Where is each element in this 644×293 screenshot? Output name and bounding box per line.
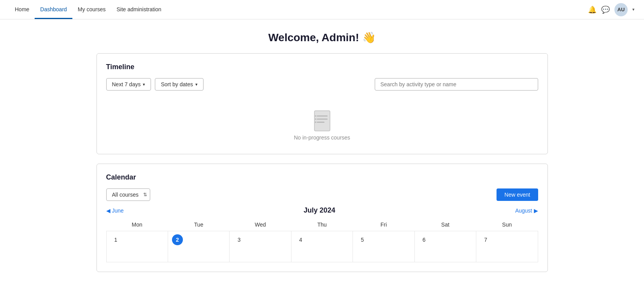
nav-bar: Home Dashboard My courses Site administr… [0,0,644,19]
svg-point-6 [315,122,316,123]
day-number: 5 [357,234,368,245]
no-courses-text: No in-progress courses [294,134,350,141]
day-number: 1 [111,234,121,245]
calendar-body: 1234567 [106,231,538,262]
day-number: 3 [233,234,244,245]
cal-day-header: Mon [106,218,168,231]
day-number: 4 [295,234,306,245]
svg-rect-1 [317,115,328,117]
filter-sort-button[interactable]: Sort by dates ▾ [155,78,204,91]
main-content: Welcome, Admin! 👋 Timeline Next 7 days ▾… [89,19,556,293]
cal-day-header: Sun [476,218,538,231]
cal-courses-select-wrap: All courses [106,188,150,201]
timeline-search-input[interactable] [375,78,538,91]
filter-days-button[interactable]: Next 7 days ▾ [106,78,151,91]
avatar-caret-icon[interactable]: ▾ [632,7,635,12]
calendar-day-cell[interactable]: 4 [291,231,353,262]
nav-site-admin[interactable]: Site administration [111,1,167,19]
nav-right: 🔔 💬 AU ▾ [588,3,635,16]
timeline-title: Timeline [106,63,538,71]
next-month-link[interactable]: August ▶ [515,208,538,214]
day-number: 6 [419,234,430,245]
calendar-week-row: 1234567 [106,231,538,262]
calendar-nav: ◀ June July 2024 August ▶ [106,206,538,215]
day-number: 7 [480,234,491,245]
notifications-icon[interactable]: 🔔 [588,5,597,14]
nav-home[interactable]: Home [9,1,35,19]
calendar-day-cell[interactable]: 5 [353,231,414,262]
cal-courses-select[interactable]: All courses [106,188,150,201]
avatar[interactable]: AU [614,3,628,16]
calendar-header-row: MonTueWedThuFriSatSun [106,218,538,231]
filter-sort-caret-icon: ▾ [195,82,198,87]
nav-my-courses[interactable]: My courses [72,1,111,19]
cal-day-header: Sat [414,218,476,231]
prev-month-link[interactable]: ◀ June [106,208,124,214]
calendar-day-cell[interactable]: 7 [476,231,538,262]
cal-day-header: Fri [353,218,414,231]
messages-icon[interactable]: 💬 [601,5,610,14]
welcome-title: Welcome, Admin! 👋 [97,31,548,44]
filter-sort-label: Sort by dates [161,81,193,87]
calendar-title: Calendar [106,173,538,181]
timeline-panel: Timeline Next 7 days ▾ Sort by dates ▾ [97,53,548,154]
calendar-day-cell[interactable]: 6 [414,231,476,262]
new-event-button[interactable]: New event [497,188,538,201]
next-arrow-icon: ▶ [534,208,538,214]
calendar-day-cell[interactable]: 2 [168,231,229,262]
cal-day-header: Tue [168,218,229,231]
filter-days-caret-icon: ▾ [143,82,145,87]
svg-rect-0 [314,111,330,131]
cal-day-header: Wed [230,218,291,231]
calendar-day-cell[interactable]: 1 [106,231,168,262]
calendar-panel: Calendar All courses New event ◀ June Ju… [97,164,548,272]
svg-rect-3 [317,122,325,123]
next-month-label: August [515,208,532,214]
timeline-filters: Next 7 days ▾ Sort by dates ▾ [106,78,538,91]
filter-days-label: Next 7 days [112,81,141,87]
calendar-filters: All courses New event [106,188,538,201]
current-month-label: July 2024 [124,206,515,215]
svg-rect-2 [317,119,328,120]
prev-arrow-icon: ◀ [106,208,111,214]
calendar-day-cell[interactable]: 3 [230,231,291,262]
calendar-grid: MonTueWedThuFriSatSun 1234567 [106,218,538,262]
no-courses-icon [311,110,333,134]
svg-point-5 [315,119,316,120]
day-number: 2 [172,234,183,245]
cal-day-header: Thu [291,218,353,231]
nav-dashboard[interactable]: Dashboard [35,1,72,19]
prev-month-label: June [112,208,124,214]
nav-links: Home Dashboard My courses Site administr… [9,1,588,19]
svg-point-4 [315,115,316,117]
no-courses-area: No in-progress courses [106,98,538,145]
